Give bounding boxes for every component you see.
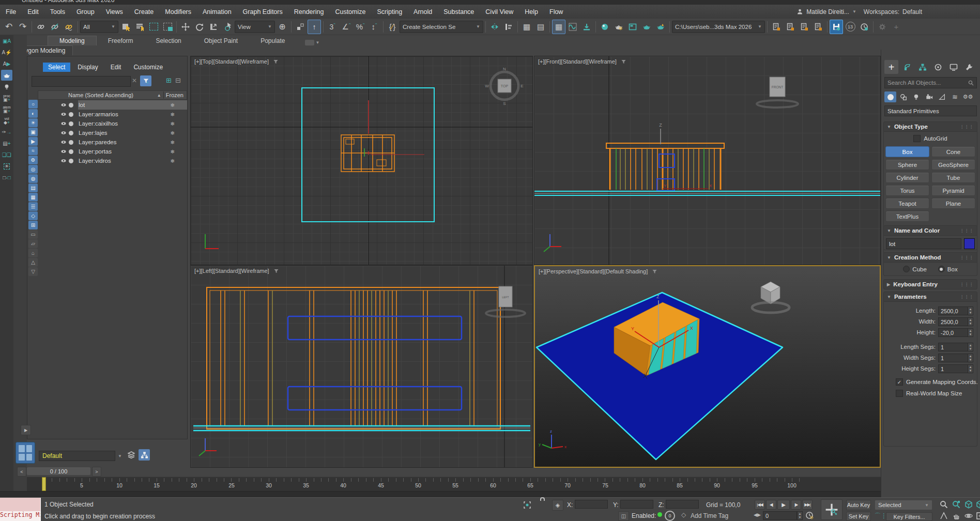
menu-arnold[interactable]: Arnold	[408, 5, 438, 19]
length-segs-spinner[interactable]: ▲▼	[968, 343, 973, 351]
lock-explorer-icon[interactable]	[156, 76, 163, 84]
collapse-all-icon[interactable]: ⊟	[175, 76, 181, 84]
filter-layers-icon[interactable]: ☰	[28, 202, 38, 211]
viewport-perspective-label[interactable]: [+][Perspective][Standard][Default Shadi…	[539, 268, 648, 274]
arnold-flash-icon[interactable]: A⚡	[1, 47, 12, 58]
object-type-cylinder-button[interactable]: Cylinder	[885, 172, 929, 183]
viewport-top-label[interactable]: [+][Top][Standard][Wireframe]	[194, 58, 269, 65]
viewport-front[interactable]: [+][Front][Standard][Wireframe]	[534, 56, 881, 265]
per-view-filter-icon[interactable]	[273, 59, 279, 65]
menu-rendering[interactable]: Rendering	[288, 5, 330, 19]
renderable-dot-icon[interactable]	[69, 159, 73, 163]
time-range-prev-button[interactable]: <	[17, 467, 26, 477]
menu-help[interactable]: Help	[519, 5, 544, 19]
menu-create[interactable]: Create	[129, 5, 160, 19]
render-iterative-button[interactable]	[654, 20, 667, 34]
maximize-viewport-toggle-icon[interactable]	[976, 512, 980, 520]
frozen-snowflake-icon[interactable]: ❄	[171, 121, 175, 127]
arnold-teapot-list-icon[interactable]: ▤+	[1, 138, 12, 149]
filter-xrefs-icon[interactable]: ▦	[28, 193, 38, 202]
object-type-geosphere-button[interactable]: GeoSphere	[931, 159, 975, 170]
per-view-filter-icon[interactable]	[621, 59, 626, 65]
ribbon-tab-freeform[interactable]: Freeform	[97, 36, 145, 45]
toggle-ribbon-button[interactable]: ▦	[552, 20, 565, 34]
timeline-ruler[interactable]: 0 5 10 15 20 25 30 35 40 45 50 55 60 65 …	[27, 477, 881, 492]
renderable-dot-icon[interactable]	[69, 149, 73, 154]
tab-modify[interactable]	[900, 60, 914, 74]
zoom-extents-all-icon[interactable]	[976, 500, 980, 509]
play-button[interactable]: ▶	[777, 500, 790, 510]
visibility-eye-icon[interactable]	[60, 139, 67, 145]
generate-mapping-checkbox[interactable]: ✓	[896, 378, 903, 386]
x-coordinate-field[interactable]	[575, 500, 608, 509]
object-color-swatch[interactable]	[964, 238, 975, 249]
tab-hierarchy[interactable]	[915, 60, 929, 74]
explorer-row-portas[interactable]: Layer:portas ❄	[38, 147, 187, 156]
height-segs-field[interactable]: 1	[938, 364, 968, 373]
width-segs-spinner[interactable]: ▲▼	[968, 354, 973, 362]
menu-customize[interactable]: Customize	[329, 5, 371, 19]
object-type-plane-button[interactable]: Plane	[931, 198, 975, 209]
renderable-dot-icon[interactable]	[69, 140, 73, 145]
undo-button[interactable]: ↶	[2, 20, 16, 34]
arnold-lights-select-icon[interactable]: ☀	[1, 161, 12, 172]
maxscript-listener-pink[interactable]	[0, 498, 41, 511]
filter-spacewarps-icon[interactable]: ≈	[28, 146, 38, 155]
visibility-eye-icon[interactable]	[60, 148, 67, 155]
expand-panel-arrow-button[interactable]: ▶	[21, 425, 31, 435]
zoom-icon[interactable]	[940, 500, 948, 509]
menu-scripting[interactable]: Scripting	[371, 5, 408, 19]
edit-named-selection-sets-button[interactable]: {∕}	[386, 20, 399, 34]
next-frame-button[interactable]: |▶	[791, 500, 801, 510]
length-segs-field[interactable]: 1	[938, 343, 968, 351]
explorer-search-input[interactable]	[32, 76, 131, 87]
object-type-sphere-button[interactable]: Sphere	[885, 159, 929, 170]
name-column-header[interactable]: Name (Sorted Ascending)	[68, 92, 133, 98]
current-frame-field[interactable]: 0	[763, 511, 797, 520]
field-of-view-icon[interactable]	[940, 512, 948, 520]
scene-script-new-button[interactable]	[770, 20, 783, 34]
layer-name[interactable]: Layer:caixilhos	[79, 120, 118, 127]
search-all-objects-input[interactable]: Search All Objects...	[884, 77, 977, 88]
object-type-teapot-button[interactable]: Teapot	[885, 198, 929, 209]
filter-cameras-icon[interactable]: ▣	[28, 128, 38, 136]
viewcube[interactable]: LEFT	[486, 286, 525, 317]
arnold-render-teapot-icon[interactable]	[1, 70, 12, 81]
ribbon-tab-modeling[interactable]: Modeling	[48, 36, 97, 45]
window-crossing-toggle-button[interactable]	[161, 20, 174, 34]
curve-editor-button[interactable]	[566, 20, 579, 34]
renderable-dot-icon[interactable]	[69, 103, 73, 108]
enabled-green-dot[interactable]	[657, 512, 662, 517]
layer-name[interactable]: Layer:armarios	[79, 111, 118, 117]
explorer-row-vidros[interactable]: Layer:vidros ❄	[38, 156, 187, 165]
go-to-end-button[interactable]: ▶▶|	[802, 500, 813, 510]
width-spinner[interactable]: ▲▼	[968, 317, 973, 326]
category-shapes-icon[interactable]	[897, 91, 909, 102]
visibility-eye-icon[interactable]	[60, 130, 67, 136]
visibility-eye-icon[interactable]	[60, 158, 67, 164]
render-production-button[interactable]	[640, 20, 653, 34]
object-type-rollout-header[interactable]: ▼Object Type⋮⋮⋮	[884, 122, 977, 132]
real-world-map-checkbox[interactable]	[896, 390, 903, 397]
time-configuration-icon[interactable]	[805, 511, 814, 519]
object-type-tube-button[interactable]: Tube	[931, 172, 975, 183]
save-file-button[interactable]	[830, 20, 843, 34]
select-and-scale-button[interactable]	[207, 20, 220, 34]
creation-method-rollout-header[interactable]: ▼Creation Method⋮⋮⋮	[884, 253, 977, 263]
menu-views[interactable]: Views	[100, 5, 129, 19]
material-editor-button[interactable]	[598, 20, 611, 34]
filter-misc-5-icon[interactable]: ▽	[28, 267, 38, 276]
select-and-link-button[interactable]	[34, 20, 48, 34]
ribbon-minimize-dropdown[interactable]: ▼	[305, 40, 320, 45]
frame-spinner[interactable]: ▲▼	[797, 511, 803, 520]
scene-script-save-button[interactable]	[798, 20, 811, 34]
parameters-rollout-header[interactable]: ▼Parameters⋮⋮⋮	[884, 292, 977, 302]
ribbon-tab-selection[interactable]: Selection	[144, 36, 192, 45]
filter-bones-icon[interactable]: ⚙	[28, 156, 38, 164]
filter-misc-2-icon[interactable]: ▱	[28, 239, 38, 248]
user-account-button[interactable]: Matilde Direiti... ▼	[797, 8, 856, 16]
workspace-dropdown[interactable]: Default	[902, 8, 980, 16]
viewport-layout-button[interactable]	[16, 442, 35, 464]
key-step-toggle[interactable]: ◀▶	[754, 512, 761, 517]
named-selection-sets-dropdown[interactable]: Create Selection Se▼	[400, 21, 483, 33]
